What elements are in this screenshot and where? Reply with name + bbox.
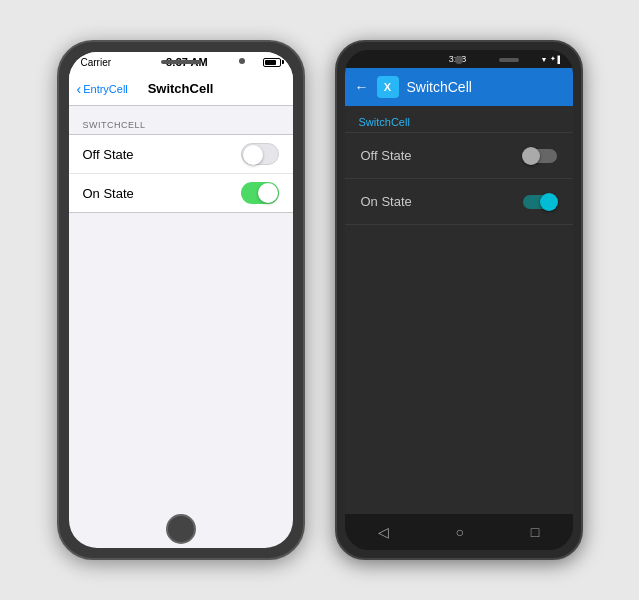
ios-screen: Carrier 8:37 AM ‹ EntryCell SwitchCell S… <box>69 52 293 548</box>
android-back-nav-icon[interactable]: ◁ <box>378 524 389 540</box>
android-app-logo: X <box>377 76 399 98</box>
ios-phone: Carrier 8:37 AM ‹ EntryCell SwitchCell S… <box>57 40 305 560</box>
ios-row-on-state: On State <box>69 174 293 212</box>
android-back-button[interactable]: ← <box>355 79 369 95</box>
ios-content: SWITCHCELL Off State On State <box>69 106 293 548</box>
ios-toggle-off-thumb <box>243 145 263 165</box>
ios-nav-bar: ‹ EntryCell SwitchCell <box>69 72 293 106</box>
ios-section-header: SWITCHCELL <box>69 120 293 134</box>
android-home-nav-icon[interactable]: ○ <box>456 524 464 540</box>
android-signal-icon: ✦ <box>550 55 556 63</box>
android-section-header: SwitchCell <box>345 106 573 132</box>
ios-on-state-label: On State <box>83 186 134 201</box>
android-content: SwitchCell Off State On State <box>345 106 573 514</box>
ios-toggle-off[interactable] <box>241 143 279 165</box>
android-speaker <box>499 58 519 62</box>
android-row-off-state: Off State <box>345 133 573 179</box>
ios-toggle-on-thumb <box>258 183 278 203</box>
android-on-state-label: On State <box>361 194 412 209</box>
android-toolbar-title: SwitchCell <box>407 79 472 95</box>
android-toggle-on[interactable] <box>523 195 557 209</box>
android-recents-nav-icon[interactable]: □ <box>531 524 539 540</box>
ios-back-label: EntryCell <box>83 83 128 95</box>
ios-back-button[interactable]: ‹ EntryCell <box>77 82 128 96</box>
ios-battery-icon <box>263 58 281 67</box>
android-toolbar: ← X SwitchCell <box>345 68 573 106</box>
ios-row-off-state: Off State <box>69 135 293 174</box>
android-toggle-on-thumb <box>540 193 558 211</box>
ios-off-state-label: Off State <box>83 147 134 162</box>
android-camera <box>455 56 463 64</box>
android-status-icons: ▼ ✦ ▌ <box>541 55 563 63</box>
ios-camera <box>239 58 245 64</box>
ios-status-icons <box>263 58 281 67</box>
ios-chevron-icon: ‹ <box>77 82 82 96</box>
ios-table: Off State On State <box>69 134 293 213</box>
android-toggle-off[interactable] <box>523 149 557 163</box>
android-nav-bar: ◁ ○ □ <box>345 514 573 550</box>
android-row-on-state: On State <box>345 179 573 225</box>
android-phone: 3:53 ▼ ✦ ▌ ← X SwitchCell SwitchCell Off… <box>335 40 583 560</box>
android-screen: 3:53 ▼ ✦ ▌ ← X SwitchCell SwitchCell Off… <box>345 50 573 550</box>
ios-speaker <box>161 60 201 64</box>
android-wifi-icon: ▼ <box>541 56 548 63</box>
android-off-state-label: Off State <box>361 148 412 163</box>
android-toggle-off-thumb <box>522 147 540 165</box>
ios-carrier: Carrier <box>81 57 112 68</box>
ios-home-button[interactable] <box>166 514 196 544</box>
android-battery-icon: ▌ <box>558 56 563 63</box>
ios-toggle-on[interactable] <box>241 182 279 204</box>
ios-battery-fill <box>265 60 276 65</box>
ios-nav-title: SwitchCell <box>148 81 214 96</box>
